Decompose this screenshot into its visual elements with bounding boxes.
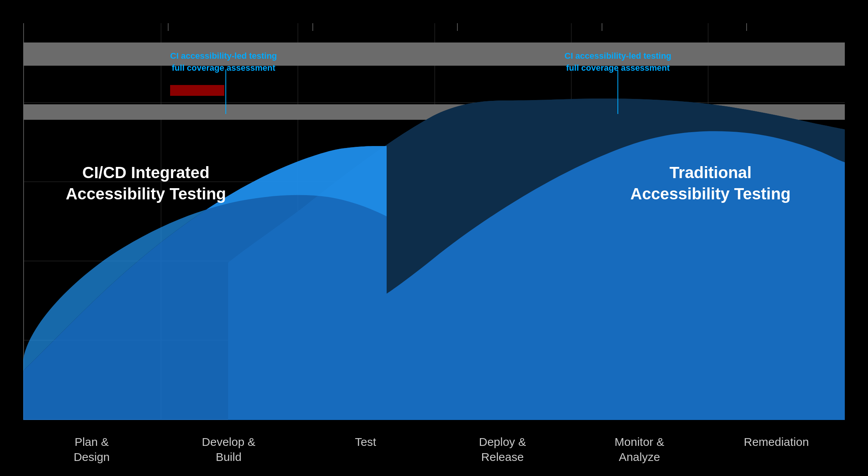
annotation-left: CI accessibility-led testing full covera… [170, 50, 277, 74]
x-label-deploy-release: Deploy &Release [434, 434, 571, 464]
tick-1 [168, 23, 169, 31]
x-label-develop-build: Develop &Build [160, 434, 297, 464]
chart-container: CI accessibility-led testing full covera… [0, 0, 868, 476]
annotation-right-line [617, 70, 618, 114]
x-axis-labels: Plan &Design Develop &Build Test Deploy … [23, 434, 845, 464]
chart-svg [23, 23, 845, 420]
annotation-left-text: CI accessibility-led testing full covera… [170, 50, 277, 74]
x-label-plan-design: Plan &Design [23, 434, 160, 464]
tick-5 [746, 23, 747, 31]
traditional-label: TraditionalAccessibility Testing [630, 162, 791, 204]
x-label-monitor-analyze: Monitor &Analyze [571, 434, 708, 464]
annotation-left-line [225, 70, 226, 114]
tick-4 [602, 23, 602, 31]
tick-2 [312, 23, 313, 31]
tick-3 [457, 23, 458, 31]
annotation-left-bar [170, 85, 224, 96]
x-label-remediation: Remediation [708, 434, 845, 449]
cicd-label: CI/CD IntegratedAccessibility Testing [66, 162, 226, 204]
x-label-test: Test [297, 434, 434, 449]
